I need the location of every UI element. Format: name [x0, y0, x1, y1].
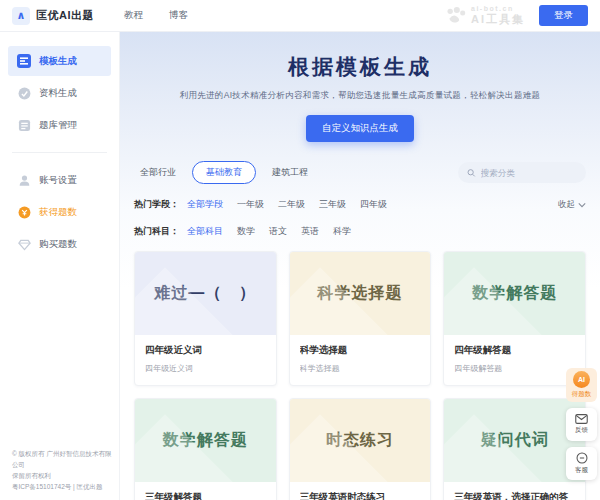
template-card[interactable]: 时态练习 三年级英语时态练习: [289, 398, 432, 500]
page-subtitle: 利用先进的AI技术精准分析内容和需求，帮助您迅速批量生成高质量试题，轻松解决出题…: [120, 90, 600, 102]
stage-option-grade4[interactable]: 四年级: [360, 198, 387, 211]
watermark-url: ai-bot.cn: [471, 5, 514, 12]
sidebar-item-label: 资料生成: [39, 87, 77, 100]
sidebar-item-template-generate[interactable]: 模板生成: [8, 46, 111, 76]
sidebar-item-question-bank[interactable]: 题库管理: [8, 110, 111, 140]
icp-line: 粤ICP备15101742号 | 匡优出题: [12, 481, 113, 492]
custom-knowledge-generate-button[interactable]: 自定义知识点生成: [306, 115, 414, 142]
feedback-float-button[interactable]: 反馈: [566, 408, 597, 441]
card-banner: 难过—（ ）: [135, 252, 276, 335]
sidebar-item-label: 模板生成: [39, 55, 77, 68]
watermark-name: AI工具集: [471, 12, 525, 27]
tab-construction[interactable]: 建筑工程: [266, 162, 314, 183]
collapse-label: 收起: [558, 199, 575, 211]
subject-option-math[interactable]: 数学: [237, 225, 255, 238]
app-logo[interactable]: ∧ 匡优AI出题: [12, 7, 94, 25]
paw-icon: [446, 7, 466, 24]
sidebar-item-material-generate[interactable]: 资料生成: [8, 78, 111, 108]
sidebar-item-label: 购买题数: [39, 238, 77, 251]
card-title: 四年级近义词: [145, 344, 266, 357]
watermark-text: ai-bot.cn AI工具集: [471, 5, 525, 27]
subject-option-english[interactable]: 英语: [301, 225, 319, 238]
ai-badge-icon: AI: [573, 371, 590, 388]
watermark-logo: ai-bot.cn AI工具集: [446, 5, 525, 27]
stage-filter-row: 热门学段： 全部学段 一年级 二年级 三年级 四年级 收起: [134, 198, 586, 211]
stage-option-grade3[interactable]: 三年级: [319, 198, 346, 211]
floating-widgets: AI 得题数 反馈 客服: [566, 368, 597, 480]
card-banner: 数学解答题: [444, 252, 585, 335]
credits-label: 得题数: [572, 390, 592, 399]
template-icon: [17, 54, 31, 68]
tab-all-industries[interactable]: 全部行业: [134, 162, 182, 183]
customer-service-float-button[interactable]: 客服: [566, 447, 597, 480]
subject-option-chinese[interactable]: 语文: [269, 225, 287, 238]
sidebar-item-buy-credits[interactable]: 购买题数: [8, 229, 111, 259]
sidebar-item-label: 获得题数: [39, 206, 77, 219]
card-title: 三年级英语时态练习: [300, 491, 421, 500]
subject-option-science[interactable]: 科学: [333, 225, 351, 238]
sidebar-footer: © 版权所有 广州好智信息技术有限公司 保留所有权利 粤ICP备15101742…: [12, 448, 113, 492]
card-banner: 疑问代词: [444, 399, 585, 482]
subject-option-all[interactable]: 全部科目: [187, 225, 223, 238]
sidebar-divider: [12, 152, 107, 153]
card-subtitle: 四年级近义词: [145, 363, 266, 374]
login-button[interactable]: 登录: [539, 5, 588, 26]
template-card[interactable]: 难过—（ ） 四年级近义词 四年级近义词: [134, 251, 277, 386]
search-input[interactable]: [481, 168, 577, 178]
template-card[interactable]: 科学选择题 科学选择题 科学选择题: [289, 251, 432, 386]
subject-filter-label: 热门科目：: [134, 225, 179, 238]
material-icon: [17, 86, 31, 100]
card-subtitle: 四年级解答题: [454, 363, 575, 374]
card-banner: 数学解答题: [135, 399, 276, 482]
stage-option-all[interactable]: 全部学段: [187, 198, 223, 211]
credits-float-button[interactable]: AI 得题数: [566, 368, 597, 402]
nav-tutorial[interactable]: 教程: [124, 9, 143, 22]
sidebar-item-earn-credits[interactable]: 获得题数: [8, 197, 111, 227]
tab-basic-education[interactable]: 基础教育: [192, 161, 256, 184]
card-body: 四年级近义词 四年级近义词: [135, 335, 276, 385]
card-body: 三年级英语时态练习: [290, 482, 431, 500]
stage-filter-label: 热门学段：: [134, 198, 179, 211]
search-box[interactable]: [458, 162, 586, 183]
card-body: 四年级解答题 四年级解答题: [444, 335, 585, 385]
card-banner: 时态练习: [290, 399, 431, 482]
template-card-grid: 难过—（ ） 四年级近义词 四年级近义词 科学选择题 科学选择题 科学选择题 数…: [134, 251, 586, 500]
envelope-icon: [575, 414, 588, 424]
headset-icon: [576, 452, 588, 464]
hero-section: 根据模板生成 利用先进的AI技术精准分析内容和需求，帮助您迅速批量生成高质量试题…: [120, 32, 600, 142]
bank-icon: [17, 118, 31, 132]
template-card[interactable]: 数学解答题 三年级解答题: [134, 398, 277, 500]
template-card[interactable]: 数学解答题 四年级解答题 四年级解答题: [443, 251, 586, 386]
credits-coin-icon: [17, 205, 31, 219]
card-title: 三年级解答题: [145, 491, 266, 500]
card-banner: 科学选择题: [290, 252, 431, 335]
main-content: 根据模板生成 利用先进的AI技术精准分析内容和需求，帮助您迅速批量生成高质量试题…: [120, 32, 600, 500]
template-card[interactable]: 疑问代词 三年级英语，选择正确的答: [443, 398, 586, 500]
copyright-line1: © 版权所有 广州好智信息技术有限公司: [12, 448, 113, 470]
sidebar: 模板生成 资料生成 题库管理 账号设置: [0, 32, 120, 500]
user-icon: [17, 173, 31, 187]
category-tabs: 全部行业 基础教育 建筑工程: [134, 161, 586, 184]
stage-option-grade1[interactable]: 一年级: [237, 198, 264, 211]
collapse-toggle[interactable]: 收起: [558, 199, 586, 211]
sidebar-item-label: 题库管理: [39, 119, 77, 132]
sidebar-item-account-settings[interactable]: 账号设置: [8, 165, 111, 195]
card-body: 科学选择题 科学选择题: [290, 335, 431, 385]
chevron-down-icon: [578, 202, 586, 208]
logo-icon: ∧: [12, 7, 30, 25]
copyright-line2: 保留所有权利: [12, 470, 113, 481]
sidebar-item-label: 账号设置: [39, 174, 77, 187]
search-icon: [467, 168, 476, 178]
card-title: 四年级解答题: [454, 344, 575, 357]
top-header: ∧ 匡优AI出题 教程 博客 ai-bot.cn AI工具集 登录: [0, 0, 600, 32]
subject-filter-row: 热门科目： 全部科目 数学 语文 英语 科学: [134, 225, 586, 238]
app-window: ∧ 匡优AI出题 教程 博客 ai-bot.cn AI工具集 登录: [0, 0, 600, 500]
stage-option-grade2[interactable]: 二年级: [278, 198, 305, 211]
logo-text: 匡优AI出题: [36, 8, 94, 23]
card-title: 科学选择题: [300, 344, 421, 357]
gem-icon: [17, 237, 31, 251]
nav-blog[interactable]: 博客: [169, 9, 188, 22]
card-subtitle: 科学选择题: [300, 363, 421, 374]
header-nav: 教程 博客: [124, 9, 188, 22]
feedback-label: 反馈: [575, 426, 588, 435]
